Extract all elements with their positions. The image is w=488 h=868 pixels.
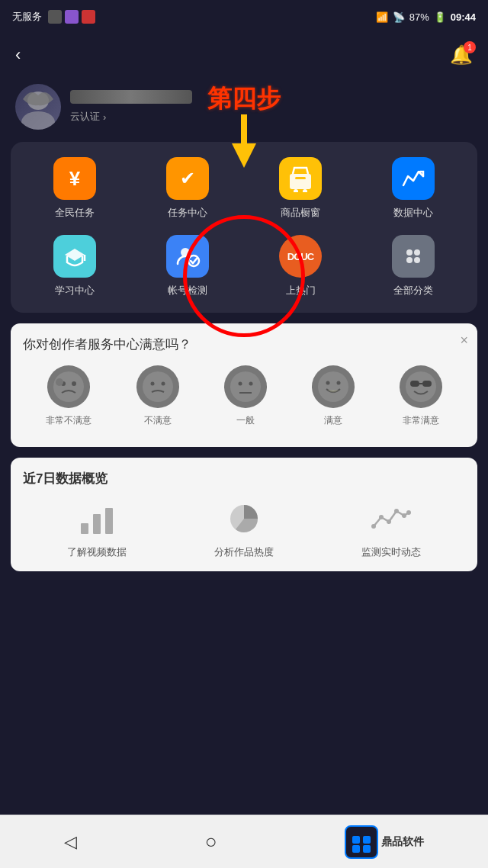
svg-rect-45: [363, 836, 371, 844]
svg-point-5: [303, 189, 307, 192]
brand-logo-box: [345, 825, 378, 859]
cert-label: 云认证: [70, 110, 100, 124]
svg-point-18: [56, 378, 63, 386]
emoji-row: 非常不满意 不满意 一般: [23, 365, 465, 427]
svg-rect-34: [93, 514, 101, 534]
video-data-label: 了解视频数据: [67, 545, 127, 559]
emoji-satisfied[interactable]: 满意: [312, 365, 355, 427]
svg-point-19: [143, 371, 173, 402]
svg-point-29: [406, 371, 436, 402]
svg-point-38: [379, 515, 384, 519]
svg-rect-44: [352, 836, 360, 844]
data-item-realtime[interactable]: 监测实时动态: [361, 500, 421, 559]
neutral-face: [224, 365, 267, 408]
svg-rect-3: [295, 177, 306, 179]
product-window-icon: [279, 157, 322, 200]
all-tasks-label: 全民任务: [55, 206, 95, 220]
survey-close-button[interactable]: ×: [460, 333, 468, 349]
emoji-unsatisfied[interactable]: 不满意: [136, 365, 179, 427]
svg-rect-35: [105, 508, 113, 534]
menu-item-data-center[interactable]: 数据中心: [357, 157, 470, 220]
survey-section: 你对创作者服务中心满意吗？ × 非常不满意: [11, 323, 477, 447]
svg-point-4: [294, 189, 298, 192]
svg-point-28: [337, 381, 341, 385]
emoji-neutral[interactable]: 一般: [224, 365, 267, 427]
video-data-icon: [74, 500, 120, 538]
emoji-very-satisfied[interactable]: 非常满意: [400, 365, 442, 427]
back-button[interactable]: ‹: [15, 45, 21, 65]
status-right: 📶 📡 87% 🔋 09:44: [376, 11, 476, 23]
all-tasks-icon: ¥: [53, 157, 96, 200]
menu-item-product-window[interactable]: 商品橱窗: [244, 157, 357, 220]
avatar[interactable]: [15, 84, 61, 130]
data-item-heat[interactable]: 分析作品热度: [214, 500, 274, 559]
brand-logo: 鼎品软件: [345, 825, 424, 859]
nav-home-button[interactable]: ○: [205, 830, 217, 854]
status-bar: 无服务 📶 📡 87% 🔋 09:44: [0, 0, 488, 34]
svg-point-23: [238, 382, 242, 386]
svg-point-42: [406, 510, 411, 515]
svg-point-11: [406, 249, 413, 256]
dou-text: DOUC: [287, 251, 313, 262]
profile-cert[interactable]: 云认证 ›: [70, 110, 473, 124]
account-check-label: 帐号检测: [168, 284, 207, 297]
data-overview-section: 近7日数据概览 了解视频数据 分: [11, 458, 477, 571]
work-heat-label: 分析作品热度: [214, 545, 274, 559]
svg-rect-31: [422, 381, 432, 387]
bell-button[interactable]: 🔔 1: [450, 44, 473, 66]
svg-point-13: [406, 257, 413, 263]
carrier-label: 无服务: [12, 10, 42, 24]
learning-center-label: 学习中心: [55, 284, 95, 297]
data-center-icon: [392, 157, 435, 200]
menu-item-task-center[interactable]: ✔ 任务中心: [131, 157, 244, 220]
data-center-label: 数据中心: [393, 206, 433, 220]
work-heat-icon: [221, 500, 267, 538]
svg-point-26: [318, 371, 348, 402]
nav-back-button[interactable]: ◁: [64, 832, 77, 852]
all-categories-label: 全部分类: [393, 284, 433, 297]
learning-center-icon: [53, 235, 96, 278]
cert-arrow-icon: ›: [103, 111, 106, 123]
brand-name-label: 鼎品软件: [381, 835, 424, 849]
svg-point-1: [21, 111, 55, 130]
survey-title: 你对创作者服务中心满意吗？: [23, 336, 465, 353]
svg-point-20: [150, 382, 154, 386]
satisfied-face: [312, 365, 355, 408]
product-window-label: 商品橱窗: [281, 206, 320, 220]
svg-rect-2: [290, 174, 311, 189]
unsatisfied-label: 不满意: [144, 414, 172, 427]
profile-info: 云认证 ›: [70, 90, 473, 124]
trending-icon: DOUC: [279, 235, 322, 278]
svg-rect-30: [410, 381, 419, 387]
wifi-icon: 📡: [393, 11, 405, 23]
avatar-image: [15, 84, 61, 130]
svg-point-12: [414, 249, 420, 256]
nav-bar: ‹ 🔔 1: [0, 34, 488, 76]
menu-item-trending[interactable]: DOUC 上热门: [244, 235, 357, 297]
svg-point-14: [414, 257, 420, 263]
bell-badge: 1: [464, 41, 476, 53]
satisfied-label: 满意: [324, 414, 342, 427]
very-satisfied-face: [400, 365, 442, 408]
svg-point-15: [53, 371, 84, 402]
data-item-video[interactable]: 了解视频数据: [67, 500, 127, 559]
emoji-very-unsatisfied[interactable]: 非常不满意: [46, 365, 92, 427]
data-icons-row: 了解视频数据 分析作品热度: [23, 500, 465, 559]
bottom-nav: ◁ ○ 鼎品软件: [0, 815, 488, 868]
svg-point-21: [161, 382, 165, 386]
menu-item-all-tasks[interactable]: ¥ 全民任务: [18, 157, 131, 220]
svg-point-27: [326, 381, 330, 385]
svg-point-41: [402, 513, 406, 518]
svg-point-37: [371, 524, 376, 529]
svg-rect-46: [352, 845, 360, 853]
very-unsatisfied-label: 非常不满意: [46, 414, 92, 427]
status-left: 无服务: [12, 10, 95, 24]
svg-point-17: [72, 381, 76, 386]
menu-item-learning-center[interactable]: 学习中心: [18, 235, 131, 297]
svg-point-22: [230, 371, 261, 402]
menu-item-all-categories[interactable]: 全部分类: [357, 235, 470, 297]
menu-item-account-check[interactable]: 帐号检测: [131, 235, 244, 297]
realtime-icon: [368, 500, 414, 538]
svg-point-24: [249, 382, 252, 386]
very-unsatisfied-face: [47, 365, 90, 408]
